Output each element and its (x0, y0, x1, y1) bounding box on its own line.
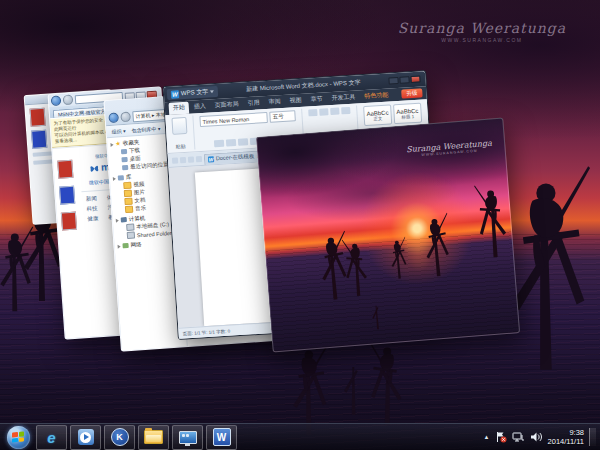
clipboard-group: 粘贴 (169, 116, 190, 151)
upgrade-button[interactable]: 升级 (401, 88, 423, 98)
hidden-icons-button[interactable]: ▲ (484, 434, 490, 440)
msn-butterfly-icon (90, 163, 100, 173)
taskbar-icon-desktop-tool[interactable] (172, 425, 203, 450)
desktop-icon (121, 157, 127, 162)
wps-writer-icon: W (213, 428, 231, 446)
italic-button[interactable] (226, 139, 236, 147)
new-doc-icon[interactable] (172, 157, 178, 163)
underline-button[interactable] (238, 138, 248, 146)
fisherman-silhouette (368, 338, 408, 426)
expander-icon[interactable] (110, 142, 113, 146)
taskbar: e K W ▲ (0, 423, 600, 450)
paste-icon[interactable] (171, 117, 187, 135)
documents-icon (124, 198, 132, 206)
nav-group-label: 收藏夹 (123, 139, 140, 147)
explorer-folder-icon (144, 430, 163, 444)
start-button[interactable] (7, 426, 30, 449)
taskbar-icon-internet-explorer[interactable]: e (36, 425, 67, 450)
photographer-website: WWW.SURANGAW.COM (398, 37, 566, 43)
style-heading1[interactable]: AaBbCc 标题 1 (393, 103, 422, 125)
nav-link[interactable]: 健康 (83, 215, 102, 223)
toolbar-button[interactable]: 包含到库中 ▾ (131, 125, 160, 133)
font-name-select[interactable]: Times New Roman (199, 112, 268, 127)
paste-label: 粘贴 (176, 143, 186, 150)
fisherman-silhouette (385, 223, 410, 293)
wps-app-tab[interactable]: W WPS 文字 (167, 86, 219, 100)
desktop: Suranga Weeratunga WWW.SURANGAW.COM MSN中… (0, 0, 600, 450)
thumbnail (30, 108, 46, 127)
clock[interactable]: 9:38 2014/11/11 (548, 428, 584, 446)
videos-icon (123, 182, 131, 190)
taskbar-icon-media-player[interactable] (70, 425, 101, 450)
nav-group-network[interactable]: 网络 (117, 238, 179, 249)
tray-date: 2014/11/11 (548, 437, 584, 446)
fisherman-silhouette (0, 222, 34, 314)
photo-viewer-window[interactable]: Suranga Weeratunga WWW.SURANGAW.COM (256, 118, 520, 353)
taskbar-icon-k-player[interactable]: K (104, 425, 135, 450)
ad-thumbnail[interactable] (61, 212, 77, 231)
forward-icon[interactable] (63, 95, 74, 106)
system-tray: ▲ 9:38 2014/11/11 (484, 428, 600, 446)
ad-thumbnail[interactable] (57, 160, 73, 179)
shared-folder-icon (127, 232, 135, 240)
undo-icon[interactable] (196, 156, 202, 162)
toolbar-button[interactable]: 组织 ▾ (111, 127, 125, 134)
nav-group-label: 网络 (130, 241, 141, 249)
nav-link[interactable]: 科技 (82, 205, 101, 213)
nav-link[interactable]: 新闻 (82, 195, 101, 203)
close-button[interactable] (410, 76, 420, 84)
print-icon[interactable] (188, 157, 194, 163)
maximize-button[interactable] (399, 76, 409, 84)
window-controls (388, 75, 422, 84)
numbering-button[interactable] (319, 108, 328, 116)
thumbnail (31, 130, 47, 149)
media-player-icon (78, 429, 94, 445)
nav-group-label: 库 (126, 174, 132, 181)
action-center-flag-icon[interactable] (495, 431, 507, 443)
windows-flag-icon (12, 431, 24, 442)
network-icon (122, 243, 128, 248)
download-icon (121, 149, 127, 154)
music-icon (125, 206, 133, 214)
expander-icon[interactable] (113, 176, 116, 180)
fisherman-silhouette (286, 340, 330, 436)
bullets-button[interactable] (308, 109, 317, 117)
recent-icon (122, 165, 128, 170)
back-icon[interactable] (51, 95, 62, 106)
back-icon[interactable] (108, 112, 119, 123)
ad-thumbnail[interactable] (59, 186, 75, 205)
nav-group-label: 计算机 (129, 215, 146, 223)
wps-logo-icon: W (171, 90, 179, 98)
chevron-down-icon (210, 90, 214, 93)
network-icon[interactable] (512, 431, 525, 443)
expander-icon[interactable] (116, 218, 119, 222)
speaker-icon[interactable] (530, 431, 543, 443)
show-desktop-button[interactable] (589, 428, 596, 446)
desktop-tool-icon (179, 431, 197, 444)
drive-icon (126, 224, 134, 232)
forward-icon[interactable] (120, 112, 131, 123)
ie-icon: e (47, 430, 55, 445)
computer-icon (121, 217, 127, 222)
indent-button[interactable] (330, 108, 339, 116)
status-text: 页面: 1/1 节: 1/1 字数: 0 (182, 328, 230, 336)
k-player-icon: K (111, 428, 129, 446)
photographer-name: Suranga Weeratunga (398, 20, 566, 36)
pictures-icon (124, 190, 132, 198)
bold-button[interactable] (214, 140, 224, 148)
tray-time: 9:38 (548, 428, 584, 437)
taskbar-icon-windows-explorer[interactable] (138, 425, 169, 450)
wallpaper-signature: Suranga Weeratunga WWW.SURANGAW.COM (398, 20, 566, 43)
style-normal[interactable]: AaBbCc 正文 (363, 104, 392, 126)
favorites-icon: ★ (115, 141, 121, 146)
save-icon[interactable] (180, 157, 186, 163)
minimize-button[interactable] (388, 77, 398, 85)
font-size-select[interactable]: 五号 (269, 110, 296, 123)
expander-icon[interactable] (117, 244, 120, 248)
stilt-pole-silhouette (338, 352, 368, 430)
taskbar-icon-wps-writer[interactable]: W (206, 425, 237, 450)
libraries-icon (118, 175, 124, 180)
docer-icon: W (208, 156, 214, 162)
outdent-button[interactable] (341, 107, 350, 115)
divider (192, 115, 195, 149)
